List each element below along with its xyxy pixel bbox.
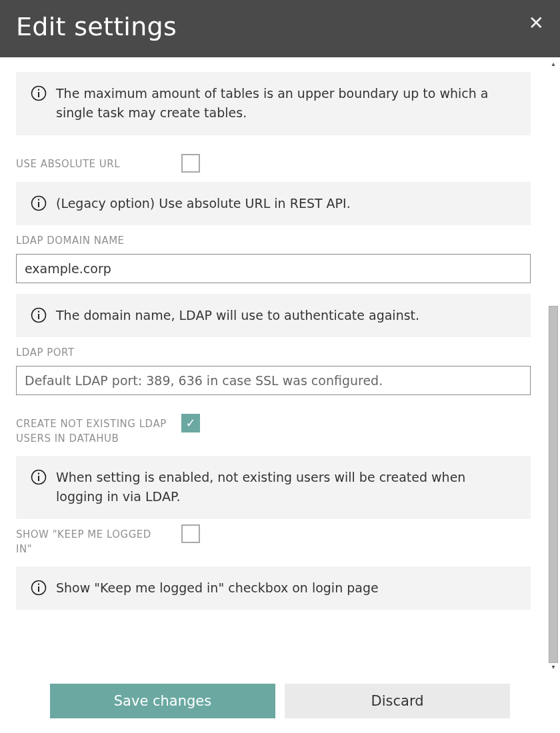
keep-logged-in-checkbox[interactable] bbox=[181, 524, 200, 543]
ldap-port-label: LDAP PORT bbox=[16, 343, 531, 361]
ldap-domain-info-text: The domain name, LDAP will use to authen… bbox=[56, 306, 516, 325]
use-absolute-url-info-text: (Legacy option) Use absolute URL in REST… bbox=[56, 194, 516, 213]
create-users-section: CREATE NOT EXISTING LDAP USERS IN DATAHU… bbox=[16, 414, 531, 519]
info-icon bbox=[31, 469, 47, 485]
svg-rect-7 bbox=[38, 314, 39, 319]
scroll-up-icon[interactable]: ▴ bbox=[551, 60, 555, 67]
info-icon bbox=[31, 580, 47, 596]
use-absolute-url-info: (Legacy option) Use absolute URL in REST… bbox=[16, 182, 531, 225]
scrollbar-track[interactable] bbox=[549, 67, 558, 663]
info-icon bbox=[31, 85, 47, 101]
ldap-domain-input[interactable] bbox=[16, 254, 531, 283]
edit-settings-window: Edit settings ✕ The maximum amount of ta… bbox=[0, 0, 560, 733]
create-users-label: CREATE NOT EXISTING LDAP USERS IN DATAHU… bbox=[16, 414, 169, 446]
keep-logged-in-info-text: Show "Keep me logged in" checkbox on log… bbox=[56, 578, 516, 598]
svg-rect-10 bbox=[38, 476, 39, 481]
svg-rect-1 bbox=[38, 92, 39, 97]
use-absolute-url-checkbox[interactable] bbox=[181, 154, 200, 173]
close-icon[interactable]: ✕ bbox=[529, 14, 544, 33]
save-button[interactable]: Save changes bbox=[50, 684, 275, 718]
use-absolute-url-label: USE ABSOLUTE URL bbox=[16, 154, 169, 172]
create-users-checkbox[interactable] bbox=[181, 414, 200, 432]
svg-rect-14 bbox=[38, 583, 39, 584]
svg-rect-2 bbox=[38, 89, 39, 91]
ldap-domain-section: LDAP DOMAIN NAME The domain name, LDAP w… bbox=[16, 231, 531, 337]
create-users-info: When setting is enabled, not existing us… bbox=[16, 456, 531, 519]
body-wrap: The maximum amount of tables is an upper… bbox=[0, 57, 560, 673]
scrollbar-thumb[interactable] bbox=[549, 306, 558, 663]
footer-actions: Save changes Discard bbox=[0, 673, 560, 733]
discard-button[interactable]: Discard bbox=[285, 684, 510, 718]
svg-rect-11 bbox=[38, 472, 39, 474]
svg-rect-5 bbox=[38, 199, 39, 200]
keep-logged-in-info: Show "Keep me logged in" checkbox on log… bbox=[16, 566, 531, 610]
keep-logged-in-section: SHOW "KEEP ME LOGGED IN" Show "Keep me l… bbox=[16, 524, 531, 610]
ldap-port-input[interactable] bbox=[16, 366, 531, 395]
svg-rect-4 bbox=[38, 202, 39, 207]
keep-logged-in-label: SHOW "KEEP ME LOGGED IN" bbox=[16, 524, 169, 557]
svg-rect-8 bbox=[38, 311, 39, 312]
header-bar: Edit settings ✕ bbox=[0, 0, 560, 57]
ldap-port-section: LDAP PORT bbox=[16, 343, 531, 395]
page-title: Edit settings bbox=[16, 12, 177, 41]
info-icon bbox=[31, 307, 47, 323]
settings-scroll: The maximum amount of tables is an upper… bbox=[0, 57, 547, 673]
create-users-info-text: When setting is enabled, not existing us… bbox=[56, 468, 516, 507]
vertical-scrollbar[interactable]: ▴ ▾ bbox=[547, 57, 560, 673]
max-tables-info: The maximum amount of tables is an upper… bbox=[16, 72, 531, 135]
ldap-domain-info: The domain name, LDAP will use to authen… bbox=[16, 294, 531, 337]
ldap-domain-label: LDAP DOMAIN NAME bbox=[16, 231, 531, 249]
scroll-down-icon[interactable]: ▾ bbox=[551, 663, 555, 670]
info-icon bbox=[31, 195, 47, 211]
max-tables-info-text: The maximum amount of tables is an upper… bbox=[56, 84, 516, 123]
use-absolute-url-section: USE ABSOLUTE URL (Legacy option) Use abs… bbox=[16, 154, 531, 225]
svg-rect-13 bbox=[38, 586, 39, 592]
